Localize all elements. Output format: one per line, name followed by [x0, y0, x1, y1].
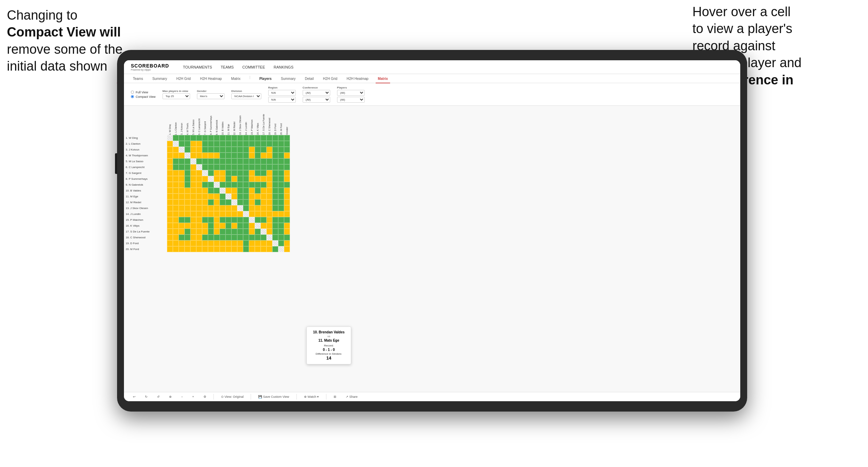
grid-cell-r8-c3[interactable] — [179, 176, 185, 182]
grid-cell-r19-c13[interactable] — [237, 240, 243, 246]
grid-cell-r1-c13[interactable] — [237, 135, 243, 141]
grid-cell-r1-c15[interactable] — [249, 135, 255, 141]
tab-detail[interactable]: Detail — [303, 75, 316, 83]
grid-cell-r16-c1[interactable] — [167, 223, 173, 229]
share-button[interactable]: ↗ Share — [344, 394, 360, 399]
grid-cell-r12-c19[interactable] — [272, 199, 278, 205]
grid-cell-r3-c13[interactable] — [237, 147, 243, 153]
grid-cell-r1-c12[interactable] — [231, 135, 237, 141]
grid-cell-r11-c16[interactable] — [255, 194, 261, 199]
grid-cell-r20-c6[interactable] — [196, 246, 202, 252]
grid-cell-r9-c19[interactable] — [272, 182, 278, 188]
grid-cell-r12-c17[interactable] — [261, 199, 266, 205]
grid-cell-r11-c4[interactable] — [185, 194, 190, 199]
grid-cell-r4-c4[interactable] — [185, 153, 190, 158]
grid-cell-r12-c20[interactable] — [278, 199, 284, 205]
grid-cell-r10-c6[interactable] — [196, 188, 202, 194]
grid-cell-r16-c16[interactable] — [255, 223, 261, 229]
grid-cell-r6-c17[interactable] — [261, 164, 266, 170]
grid-cell-r2-c16[interactable] — [255, 141, 261, 147]
grid-cell-r14-c12[interactable] — [231, 211, 237, 217]
grid-cell-r14-c13[interactable] — [237, 211, 243, 217]
grid-cell-r15-c3[interactable] — [179, 217, 185, 223]
grid-cell-r5-c2[interactable] — [173, 158, 179, 164]
grid-cell-r3-c8[interactable] — [208, 147, 214, 153]
grid-cell-r20-c13[interactable] — [237, 246, 243, 252]
grid-cell-r10-c12[interactable] — [231, 188, 237, 194]
grid-cell-r19-c9[interactable] — [214, 240, 220, 246]
grid-cell-r11-c14[interactable] — [243, 194, 249, 199]
grid-cell-r14-c4[interactable] — [185, 211, 190, 217]
grid-cell-r10-c3[interactable] — [179, 188, 185, 194]
grid-cell-r14-c7[interactable] — [202, 211, 208, 217]
grid-cell-r1-c17[interactable] — [261, 135, 266, 141]
grid-cell-r11-c10[interactable] — [220, 194, 226, 199]
grid-cell-r19-c19[interactable] — [272, 240, 278, 246]
grid-cell-r9-c2[interactable] — [173, 182, 179, 188]
grid-cell-r18-c15[interactable] — [249, 235, 255, 240]
grid-cell-r16-c6[interactable] — [196, 223, 202, 229]
grid-cell-r3-c2[interactable] — [173, 147, 179, 153]
grid-cell-r15-c2[interactable] — [173, 217, 179, 223]
grid-cell-r11-c15[interactable] — [249, 194, 255, 199]
grid-cell-r6-c3[interactable] — [179, 164, 185, 170]
grid-cell-r13-c13[interactable] — [237, 205, 243, 211]
grid-cell-r15-c4[interactable] — [185, 217, 190, 223]
grid-cell-r12-c14[interactable] — [243, 199, 249, 205]
grid-cell-r13-c1[interactable] — [167, 205, 173, 211]
grid-cell-r17-c5[interactable] — [190, 229, 196, 235]
grid-cell-r9-c16[interactable] — [255, 182, 261, 188]
grid-cell-r2-c15[interactable] — [249, 141, 255, 147]
grid-cell-r10-c5[interactable] — [190, 188, 196, 194]
grid-cell-r7-c1[interactable] — [167, 170, 173, 176]
grid-cell-r10-c4[interactable] — [185, 188, 190, 194]
grid-cell-r16-c19[interactable] — [272, 223, 278, 229]
grid-cell-r1-c2[interactable] — [173, 135, 179, 141]
redo-button-1[interactable]: ↻ — [143, 394, 150, 399]
grid-cell-r12-c10[interactable] — [220, 199, 226, 205]
grid-cell-r14-c17[interactable] — [261, 211, 266, 217]
grid-cell-r20-c20[interactable] — [278, 246, 284, 252]
grid-cell-r5-c12[interactable] — [231, 158, 237, 164]
grid-cell-r20-c14[interactable] — [243, 246, 249, 252]
grid-cell-r5-c13[interactable] — [237, 158, 243, 164]
grid-cell-r16-c7[interactable] — [202, 223, 208, 229]
grid-cell-r5-c4[interactable] — [185, 158, 190, 164]
settings-button[interactable]: ⚙ — [201, 394, 208, 399]
grid-cell-r13-c6[interactable] — [196, 205, 202, 211]
grid-cell-r14-c2[interactable] — [173, 211, 179, 217]
grid-cell-r5-c10[interactable] — [220, 158, 226, 164]
grid-cell-r8-c4[interactable] — [185, 176, 190, 182]
grid-cell-r2-c8[interactable] — [208, 141, 214, 147]
grid-cell-r10-c19[interactable] — [272, 188, 278, 194]
grid-cell-r17-c21[interactable] — [284, 229, 290, 235]
grid-cell-r2-c13[interactable] — [237, 141, 243, 147]
grid-cell-r19-c11[interactable] — [226, 240, 231, 246]
grid-cell-r7-c12[interactable] — [231, 170, 237, 176]
grid-cell-r3-c18[interactable] — [266, 147, 272, 153]
grid-cell-r6-c10[interactable] — [220, 164, 226, 170]
grid-cell-r7-c7[interactable] — [202, 170, 208, 176]
grid-cell-r6-c18[interactable] — [266, 164, 272, 170]
save-custom-button[interactable]: 💾 Save Custom View — [256, 394, 291, 399]
grid-cell-r20-c2[interactable] — [173, 246, 179, 252]
grid-cell-r13-c21[interactable] — [284, 205, 290, 211]
grid-cell-r4-c19[interactable] — [272, 153, 278, 158]
grid-cell-r15-c1[interactable] — [167, 217, 173, 223]
grid-cell-r20-c4[interactable] — [185, 246, 190, 252]
grid-cell-r11-c1[interactable] — [167, 194, 173, 199]
grid-cell-r20-c9[interactable] — [214, 246, 220, 252]
grid-cell-r4-c8[interactable] — [208, 153, 214, 158]
grid-cell-r18-c17[interactable] — [261, 235, 266, 240]
grid-cell-r7-c15[interactable] — [249, 170, 255, 176]
grid-cell-r6-c16[interactable] — [255, 164, 261, 170]
grid-cell-r3-c7[interactable] — [202, 147, 208, 153]
grid-cell-r3-c19[interactable] — [272, 147, 278, 153]
grid-cell-r10-c10[interactable] — [220, 188, 226, 194]
grid-cell-r16-c15[interactable] — [249, 223, 255, 229]
grid-cell-r13-c20[interactable] — [278, 205, 284, 211]
grid-cell-r19-c2[interactable] — [173, 240, 179, 246]
grid-cell-r2-c19[interactable] — [272, 141, 278, 147]
grid-cell-r15-c18[interactable] — [266, 217, 272, 223]
tab-h2h-heatmap-2[interactable]: H2H Heatmap — [345, 75, 370, 83]
